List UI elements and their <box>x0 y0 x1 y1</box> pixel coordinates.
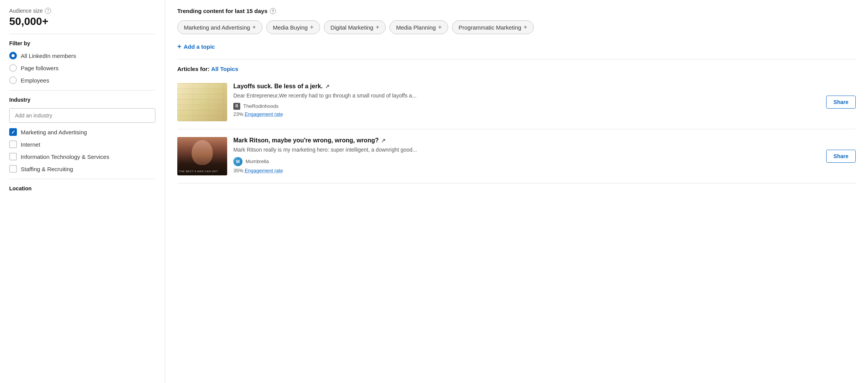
chip-plus-icon-5: + <box>523 24 527 31</box>
industry-internet-checkbox[interactable] <box>9 140 17 148</box>
engagement-rate-1: 23% Engagement rate <box>233 111 820 117</box>
face-shape <box>192 140 213 165</box>
industry-staffing-label: Staffing & Recruiting <box>21 166 73 172</box>
article-source-1: R TheRodinhoods <box>233 103 820 110</box>
location-title: Location <box>9 185 155 192</box>
chip-plus-icon-3: + <box>376 24 379 31</box>
chip-digital-marketing[interactable]: Digital Marketing + <box>324 20 386 34</box>
article-row-2: THE BEST A MAN CAN GET Mark Ritson, mayb… <box>177 129 856 183</box>
article-title-1: Layoffs suck. Be less of a jerk. ↗ <box>233 83 820 90</box>
chip-media-buying[interactable]: Media Buying + <box>266 20 320 34</box>
radio-page-followers[interactable] <box>9 64 17 72</box>
chip-digital-marketing-label: Digital Marketing <box>330 24 373 31</box>
audience-size-text: Audience size <box>9 8 43 14</box>
divider-1 <box>9 34 155 34</box>
img2-overlay-text: THE BEST A MAN CAN GET <box>179 170 218 173</box>
filter-employees-label: Employees <box>21 77 49 84</box>
trending-label: Trending content for last 15 days <box>177 8 267 14</box>
industry-marketing-label: Marketing and Advertising <box>21 129 87 135</box>
industry-it-services[interactable]: Information Technology & Services <box>9 153 155 160</box>
chip-programmatic[interactable]: Programmatic Marketing + <box>452 20 534 34</box>
chip-marketing-advertising-label: Marketing and Advertising <box>184 24 250 31</box>
filter-all-linkedin[interactable]: All LinkedIn members <box>9 52 155 59</box>
article-thumb-img2: THE BEST A MAN CAN GET <box>177 137 227 175</box>
chip-plus-icon: + <box>252 24 256 31</box>
industry-search-input[interactable] <box>9 108 155 123</box>
chip-media-planning-label: Media Planning <box>396 24 436 31</box>
share-button-2[interactable]: Share <box>826 150 856 163</box>
location-section: Location <box>9 185 155 192</box>
article-thumb-img1 <box>177 83 227 121</box>
industry-marketing[interactable]: Marketing and Advertising <box>9 128 155 136</box>
radio-employees[interactable] <box>9 76 17 84</box>
chip-plus-icon-2: + <box>310 24 314 31</box>
filter-page-followers-label: Page followers <box>21 65 58 71</box>
trending-header: Trending content for last 15 days ? <box>177 8 856 14</box>
share-button-1[interactable]: Share <box>826 96 856 109</box>
external-link-icon-1: ↗ <box>325 83 330 89</box>
engagement-pct-1: 23% <box>233 111 245 117</box>
chip-media-buying-label: Media Buying <box>273 24 308 31</box>
article-img2-inner: THE BEST A MAN CAN GET <box>177 137 227 175</box>
article-desc-1: Dear Entrepreneur,We recently had to go … <box>233 92 820 100</box>
source-icon-1: R <box>233 103 240 110</box>
chip-marketing-advertising[interactable]: Marketing and Advertising + <box>177 20 262 34</box>
article-meta-1: Layoffs suck. Be less of a jerk. ↗ Dear … <box>233 83 820 117</box>
industry-internet[interactable]: Internet <box>9 140 155 148</box>
divider-2 <box>9 90 155 91</box>
engagement-rate-2: 35% Engagement rate <box>233 168 820 173</box>
external-link-icon-2: ↗ <box>381 137 386 144</box>
article-meta-2: Mark Ritson, maybe you're wrong, wrong, … <box>233 137 820 173</box>
add-topic-plus-icon: + <box>177 43 182 51</box>
left-panel: Audience size ? 50,000+ Filter by All Li… <box>0 0 165 383</box>
article-title-text-2: Mark Ritson, maybe you're wrong, wrong, … <box>233 137 379 144</box>
filter-all-linkedin-label: All LinkedIn members <box>21 53 76 59</box>
add-topic-label: Add a topic <box>184 43 215 50</box>
engagement-link-1[interactable]: Engagement rate <box>245 111 283 117</box>
engagement-pct-2: 35% <box>233 168 245 173</box>
add-topic-button[interactable]: + Add a topic <box>177 41 215 52</box>
article-row-1: Layoffs suck. Be less of a jerk. ↗ Dear … <box>177 75 856 129</box>
article-title-text-1: Layoffs suck. Be less of a jerk. <box>233 83 323 90</box>
article-title-2: Mark Ritson, maybe you're wrong, wrong, … <box>233 137 820 144</box>
industry-staffing-checkbox[interactable] <box>9 165 17 173</box>
source-name-1: TheRodinhoods <box>243 103 279 109</box>
article-desc-2: Mark Ritson really is my marketing hero:… <box>233 146 820 154</box>
topic-chips: Marketing and Advertising + Media Buying… <box>177 20 856 34</box>
audience-size-value: 50,000+ <box>9 15 155 28</box>
filter-by-title: Filter by <box>9 40 155 46</box>
article-thumb-1 <box>177 83 227 121</box>
articles-for-value: All Topics <box>211 66 238 72</box>
industry-internet-label: Internet <box>21 141 40 148</box>
divider-3 <box>9 179 155 179</box>
engagement-link-2[interactable]: Engagement rate <box>245 168 283 173</box>
article-source-2: M Mumbrella <box>233 157 820 166</box>
article-thumb-2: THE BEST A MAN CAN GET <box>177 137 227 175</box>
chip-programmatic-label: Programmatic Marketing <box>459 24 521 31</box>
radio-all-linkedin[interactable] <box>9 52 17 59</box>
industry-staffing[interactable]: Staffing & Recruiting <box>9 165 155 173</box>
chip-plus-icon-4: + <box>438 24 442 31</box>
industry-section: Industry Marketing and Advertising Inter… <box>9 97 155 173</box>
filter-page-followers[interactable]: Page followers <box>9 64 155 72</box>
trending-help-icon[interactable]: ? <box>270 8 276 14</box>
audience-size-help-icon[interactable]: ? <box>45 8 51 14</box>
filter-employees[interactable]: Employees <box>9 76 155 84</box>
source-name-2: Mumbrella <box>246 158 269 164</box>
audience-size-label: Audience size ? <box>9 8 155 14</box>
chip-media-planning[interactable]: Media Planning + <box>389 20 448 34</box>
articles-for-label: Articles for: <box>177 66 210 72</box>
right-panel: Trending content for last 15 days ? Mark… <box>165 0 868 383</box>
industry-title: Industry <box>9 97 155 103</box>
filter-options: All LinkedIn members Page followers Empl… <box>9 52 155 84</box>
industry-marketing-checkbox[interactable] <box>9 128 17 136</box>
source-icon-mumbrella: M <box>233 157 243 166</box>
articles-header: Articles for: All Topics <box>177 59 856 72</box>
industry-it-label: Information Technology & Services <box>21 154 109 160</box>
industry-it-checkbox[interactable] <box>9 153 17 160</box>
